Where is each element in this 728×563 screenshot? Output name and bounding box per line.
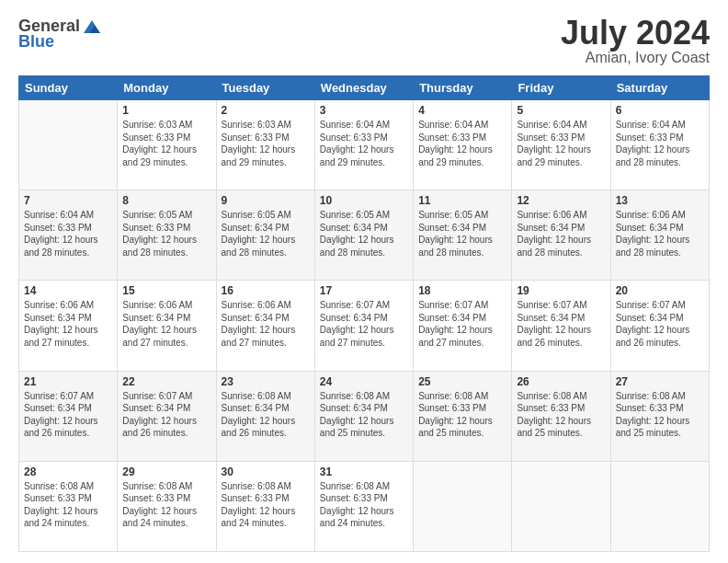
calendar-header-sunday: Sunday	[19, 76, 118, 100]
calendar-cell: 15Sunrise: 6:06 AM Sunset: 6:34 PM Dayli…	[118, 281, 216, 371]
page: General Blue July 2024 Amian, Ivory Coas…	[0, 0, 728, 563]
calendar-cell: 28Sunrise: 6:08 AM Sunset: 6:33 PM Dayli…	[19, 461, 118, 551]
calendar-cell: 24Sunrise: 6:08 AM Sunset: 6:34 PM Dayli…	[314, 371, 413, 461]
calendar-cell: 2Sunrise: 6:03 AM Sunset: 6:33 PM Daylig…	[216, 100, 314, 190]
calendar-cell: 22Sunrise: 6:07 AM Sunset: 6:34 PM Dayli…	[118, 371, 216, 461]
day-number: 28	[24, 465, 112, 478]
day-number: 3	[320, 104, 408, 117]
logo-blue: Blue	[18, 32, 54, 52]
day-number: 16	[222, 284, 310, 297]
day-number: 7	[24, 194, 112, 207]
day-info: Sunrise: 6:03 AM Sunset: 6:33 PM Dayligh…	[122, 119, 210, 168]
day-info: Sunrise: 6:08 AM Sunset: 6:33 PM Dayligh…	[122, 480, 210, 530]
day-info: Sunrise: 6:06 AM Sunset: 6:34 PM Dayligh…	[517, 209, 605, 259]
day-number: 23	[222, 375, 310, 388]
day-info: Sunrise: 6:07 AM Sunset: 6:34 PM Dayligh…	[24, 390, 112, 440]
calendar-cell	[19, 100, 118, 190]
calendar-cell: 6Sunrise: 6:04 AM Sunset: 6:33 PM Daylig…	[610, 100, 709, 190]
subtitle: Amian, Ivory Coast	[561, 50, 710, 66]
calendar-cell	[512, 461, 610, 551]
day-info: Sunrise: 6:07 AM Sunset: 6:34 PM Dayligh…	[320, 299, 408, 349]
calendar-cell: 7Sunrise: 6:04 AM Sunset: 6:33 PM Daylig…	[19, 190, 118, 281]
day-number: 4	[418, 104, 506, 117]
day-info: Sunrise: 6:07 AM Sunset: 6:34 PM Dayligh…	[517, 299, 605, 349]
calendar-week-5: 28Sunrise: 6:08 AM Sunset: 6:33 PM Dayli…	[19, 461, 710, 551]
calendar-cell: 10Sunrise: 6:05 AM Sunset: 6:34 PM Dayli…	[314, 190, 413, 281]
day-info: Sunrise: 6:06 AM Sunset: 6:34 PM Dayligh…	[122, 299, 210, 349]
header: General Blue July 2024 Amian, Ivory Coas…	[18, 17, 710, 66]
calendar-header-thursday: Thursday	[414, 76, 512, 100]
day-info: Sunrise: 6:05 AM Sunset: 6:34 PM Dayligh…	[418, 209, 506, 259]
day-info: Sunrise: 6:08 AM Sunset: 6:33 PM Dayligh…	[24, 480, 112, 530]
day-number: 15	[122, 284, 210, 297]
day-info: Sunrise: 6:06 AM Sunset: 6:34 PM Dayligh…	[616, 209, 704, 259]
calendar-cell: 16Sunrise: 6:06 AM Sunset: 6:34 PM Dayli…	[216, 281, 314, 371]
calendar-cell: 12Sunrise: 6:06 AM Sunset: 6:34 PM Dayli…	[512, 190, 610, 281]
day-info: Sunrise: 6:03 AM Sunset: 6:33 PM Dayligh…	[222, 119, 310, 168]
calendar-cell: 5Sunrise: 6:04 AM Sunset: 6:33 PM Daylig…	[512, 100, 610, 190]
calendar-cell: 18Sunrise: 6:07 AM Sunset: 6:34 PM Dayli…	[414, 281, 512, 371]
calendar-cell	[610, 461, 709, 551]
day-info: Sunrise: 6:08 AM Sunset: 6:33 PM Dayligh…	[222, 480, 310, 530]
day-info: Sunrise: 6:04 AM Sunset: 6:33 PM Dayligh…	[320, 119, 408, 168]
day-number: 14	[24, 284, 112, 297]
day-info: Sunrise: 6:08 AM Sunset: 6:34 PM Dayligh…	[222, 390, 310, 440]
day-number: 24	[320, 375, 408, 388]
calendar-cell: 14Sunrise: 6:06 AM Sunset: 6:34 PM Dayli…	[19, 281, 118, 371]
day-number: 2	[222, 104, 310, 117]
day-number: 30	[222, 465, 310, 478]
calendar-cell: 9Sunrise: 6:05 AM Sunset: 6:34 PM Daylig…	[216, 190, 314, 281]
day-number: 5	[517, 104, 605, 117]
calendar-header-tuesday: Tuesday	[216, 76, 314, 100]
day-info: Sunrise: 6:08 AM Sunset: 6:34 PM Dayligh…	[320, 390, 408, 440]
day-number: 1	[122, 104, 210, 117]
calendar-cell: 26Sunrise: 6:08 AM Sunset: 6:33 PM Dayli…	[512, 371, 610, 461]
logo-icon	[82, 18, 102, 35]
day-number: 26	[517, 375, 605, 388]
calendar-cell: 17Sunrise: 6:07 AM Sunset: 6:34 PM Dayli…	[314, 281, 413, 371]
calendar-cell: 1Sunrise: 6:03 AM Sunset: 6:33 PM Daylig…	[118, 100, 216, 190]
calendar-cell: 27Sunrise: 6:08 AM Sunset: 6:33 PM Dayli…	[610, 371, 709, 461]
day-info: Sunrise: 6:08 AM Sunset: 6:33 PM Dayligh…	[418, 390, 506, 440]
day-number: 11	[418, 194, 506, 207]
main-title: July 2024	[561, 17, 710, 50]
day-number: 6	[616, 104, 704, 117]
calendar-cell: 13Sunrise: 6:06 AM Sunset: 6:34 PM Dayli…	[610, 190, 709, 281]
calendar-header-friday: Friday	[512, 76, 610, 100]
calendar-week-4: 21Sunrise: 6:07 AM Sunset: 6:34 PM Dayli…	[19, 371, 710, 461]
calendar-week-3: 14Sunrise: 6:06 AM Sunset: 6:34 PM Dayli…	[19, 281, 710, 371]
day-number: 27	[616, 375, 704, 388]
day-info: Sunrise: 6:06 AM Sunset: 6:34 PM Dayligh…	[222, 299, 310, 349]
day-info: Sunrise: 6:06 AM Sunset: 6:34 PM Dayligh…	[24, 299, 112, 349]
day-info: Sunrise: 6:05 AM Sunset: 6:34 PM Dayligh…	[222, 209, 310, 259]
day-number: 13	[616, 194, 704, 207]
calendar: SundayMondayTuesdayWednesdayThursdayFrid…	[18, 75, 710, 552]
calendar-cell: 19Sunrise: 6:07 AM Sunset: 6:34 PM Dayli…	[512, 281, 610, 371]
day-info: Sunrise: 6:05 AM Sunset: 6:34 PM Dayligh…	[320, 209, 408, 259]
calendar-header-row: SundayMondayTuesdayWednesdayThursdayFrid…	[19, 76, 710, 100]
day-number: 29	[122, 465, 210, 478]
calendar-cell: 29Sunrise: 6:08 AM Sunset: 6:33 PM Dayli…	[118, 461, 216, 551]
day-info: Sunrise: 6:04 AM Sunset: 6:33 PM Dayligh…	[517, 119, 605, 168]
calendar-header-saturday: Saturday	[610, 76, 709, 100]
calendar-cell: 4Sunrise: 6:04 AM Sunset: 6:33 PM Daylig…	[414, 100, 512, 190]
calendar-cell: 30Sunrise: 6:08 AM Sunset: 6:33 PM Dayli…	[216, 461, 314, 551]
calendar-cell: 11Sunrise: 6:05 AM Sunset: 6:34 PM Dayli…	[414, 190, 512, 281]
day-number: 10	[320, 194, 408, 207]
day-info: Sunrise: 6:07 AM Sunset: 6:34 PM Dayligh…	[418, 299, 506, 349]
day-info: Sunrise: 6:04 AM Sunset: 6:33 PM Dayligh…	[24, 209, 112, 259]
day-info: Sunrise: 6:07 AM Sunset: 6:34 PM Dayligh…	[122, 390, 210, 440]
day-info: Sunrise: 6:08 AM Sunset: 6:33 PM Dayligh…	[320, 480, 408, 530]
calendar-cell: 20Sunrise: 6:07 AM Sunset: 6:34 PM Dayli…	[610, 281, 709, 371]
calendar-cell: 3Sunrise: 6:04 AM Sunset: 6:33 PM Daylig…	[314, 100, 413, 190]
calendar-cell: 8Sunrise: 6:05 AM Sunset: 6:33 PM Daylig…	[118, 190, 216, 281]
day-info: Sunrise: 6:04 AM Sunset: 6:33 PM Dayligh…	[616, 119, 704, 168]
calendar-cell: 23Sunrise: 6:08 AM Sunset: 6:34 PM Dayli…	[216, 371, 314, 461]
day-info: Sunrise: 6:08 AM Sunset: 6:33 PM Dayligh…	[517, 390, 605, 440]
day-number: 9	[222, 194, 310, 207]
day-number: 17	[320, 284, 408, 297]
day-number: 22	[122, 375, 210, 388]
calendar-week-2: 7Sunrise: 6:04 AM Sunset: 6:33 PM Daylig…	[19, 190, 710, 281]
day-number: 25	[418, 375, 506, 388]
day-number: 18	[418, 284, 506, 297]
